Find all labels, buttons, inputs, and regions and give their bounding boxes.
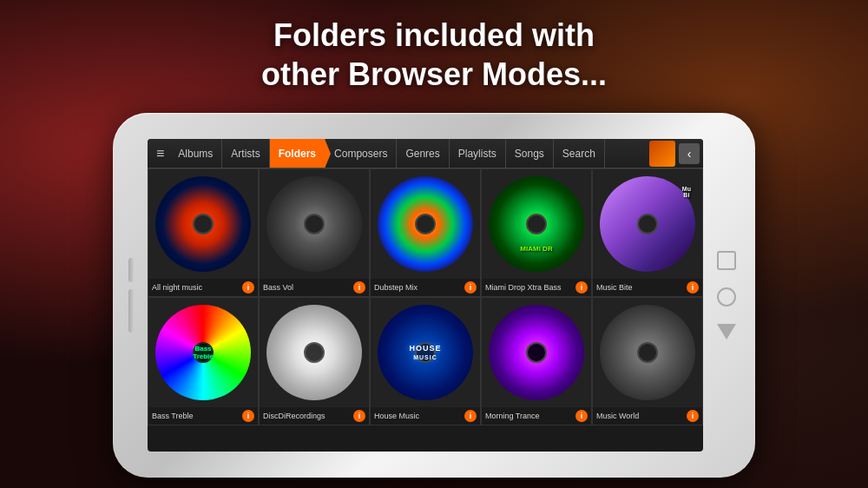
back-hardware-button[interactable] (717, 324, 736, 340)
back-button[interactable]: ‹ (679, 143, 700, 164)
folder-art-4: MuBi (593, 169, 702, 279)
headline-line1: Folders included with (0, 16, 868, 55)
recent-apps-button[interactable] (717, 251, 736, 270)
info-dot-8[interactable]: i (575, 410, 588, 422)
folder-label-8: Morning Trance i (482, 407, 591, 425)
phone-shell: ≡ Albums Artists Folders Composers Genre… (113, 113, 755, 478)
folder-label-6: DiscDiRecordings i (260, 407, 369, 425)
tab-songs[interactable]: Songs (506, 139, 554, 168)
tab-composers[interactable]: Composers (326, 139, 397, 168)
disc-center-1 (304, 214, 325, 234)
phone-right-buttons (717, 251, 736, 340)
folder-label-9: Music World i (593, 407, 702, 425)
disc-center-4 (637, 214, 658, 234)
disc-4: MuBi (600, 176, 696, 273)
folder-art-0 (148, 169, 258, 279)
disc-center-7 (415, 342, 436, 363)
info-dot-2[interactable]: i (464, 281, 477, 293)
folder-art-5: BassTreble (148, 298, 258, 407)
folder-art-8 (482, 298, 591, 407)
headline: Folders included with other Browser Mode… (0, 16, 868, 94)
info-dot-3[interactable]: i (575, 281, 588, 293)
folder-item-6[interactable]: DiscDiRecordings i (259, 297, 370, 425)
folders-grid: All night music i Bass Vol i (148, 168, 703, 425)
folder-label-0: All night music i (148, 279, 258, 296)
folder-art-7: HOUSEMUSIC (371, 298, 480, 407)
info-dot-6[interactable]: i (353, 410, 365, 422)
folder-item-7[interactable]: HOUSEMUSIC House Music i (370, 297, 481, 425)
folder-label-7: House Music i (371, 407, 480, 425)
power-button (128, 289, 134, 333)
folder-item-2[interactable]: Dubstep Mix i (370, 168, 481, 297)
info-dot-7[interactable]: i (464, 410, 477, 422)
info-dot-5[interactable]: i (242, 410, 254, 422)
disc-6 (266, 305, 363, 401)
menu-icon[interactable]: ≡ (151, 146, 169, 162)
now-playing-thumb[interactable] (649, 141, 675, 167)
folder-art-2 (371, 169, 480, 279)
phone-screen: ≡ Albums Artists Folders Composers Genre… (148, 139, 703, 452)
tab-artists[interactable]: Artists (222, 139, 269, 168)
disc-center-6 (304, 342, 325, 363)
volume-up-button (128, 258, 134, 282)
info-dot-9[interactable]: i (687, 410, 699, 422)
folder-label-5: Bass Treble i (148, 407, 258, 425)
folder-art-1 (260, 169, 369, 279)
folder-art-9 (593, 298, 702, 407)
disc-9 (600, 305, 696, 401)
tab-arrow (325, 139, 331, 168)
folder-item-0[interactable]: All night music i (148, 168, 259, 297)
disc-8 (489, 305, 585, 401)
folder-item-3[interactable]: MIAMI DR Miami Drop Xtra Bass i (481, 168, 592, 297)
tab-playlists[interactable]: Playlists (450, 139, 506, 168)
folder-item-4[interactable]: MuBi Music Bite i (592, 168, 703, 297)
folder-item-1[interactable]: Bass Vol i (259, 168, 370, 297)
disc-3: MIAMI DR (489, 176, 585, 273)
folder-item-8[interactable]: Morning Trance i (481, 297, 592, 425)
folder-label-4: Music Bite i (593, 279, 702, 296)
disc-center-8 (526, 342, 547, 363)
folder-art-6 (260, 298, 369, 407)
tab-bar: ≡ Albums Artists Folders Composers Genre… (148, 139, 703, 168)
disc-center-0 (193, 214, 214, 234)
info-dot-0[interactable]: i (242, 281, 254, 293)
folder-label-1: Bass Vol i (260, 279, 369, 296)
disc-7: HOUSEMUSIC (378, 305, 474, 401)
folder-art-3: MIAMI DR (482, 169, 591, 279)
folder-label-2: Dubstep Mix i (371, 279, 480, 296)
disc-center-2 (415, 214, 436, 234)
tab-albums[interactable]: Albums (169, 139, 222, 168)
folder-item-5[interactable]: BassTreble Bass Treble i (148, 297, 259, 425)
tab-genres[interactable]: Genres (397, 139, 449, 168)
info-dot-1[interactable]: i (353, 281, 365, 293)
folder-label-3: Miami Drop Xtra Bass i (482, 279, 591, 296)
folder-item-9[interactable]: Music World i (592, 297, 703, 425)
home-button[interactable] (717, 287, 736, 307)
disc-center-5 (193, 342, 214, 363)
disc-0 (155, 176, 252, 273)
phone-left-buttons (128, 258, 134, 333)
disc-2 (378, 176, 474, 273)
info-dot-4[interactable]: i (687, 281, 699, 293)
disc-center-3 (526, 214, 547, 234)
tab-search[interactable]: Search (554, 139, 605, 168)
disc-1 (266, 176, 363, 273)
tab-folders[interactable]: Folders (270, 139, 326, 168)
disc-5: BassTreble (155, 305, 252, 401)
headline-line2: other Browser Modes... (0, 55, 868, 94)
disc-center-9 (637, 342, 658, 363)
